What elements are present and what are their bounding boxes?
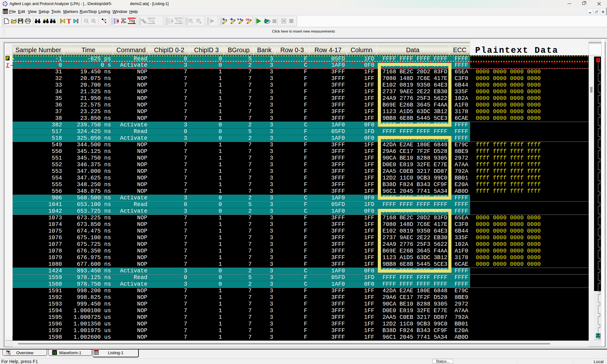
svg-text:T: T <box>241 20 242 21</box>
svg-text:OF: OF <box>246 18 250 21</box>
